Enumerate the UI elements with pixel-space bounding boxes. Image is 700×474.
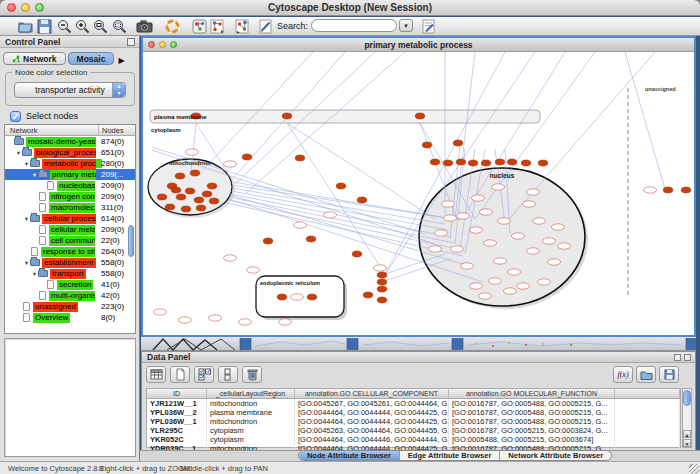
- tree-row[interactable]: secretion41(0): [5, 279, 135, 290]
- data-panel-float-icon[interactable]: [674, 354, 681, 361]
- unselect-all-attributes-button[interactable]: [218, 366, 238, 383]
- formula-builder-button[interactable]: f(x): [613, 366, 633, 383]
- create-attribute-button[interactable]: [170, 366, 190, 383]
- tree-row[interactable]: multi-organism pro42(0): [5, 290, 135, 301]
- delete-attribute-button[interactable]: [242, 366, 262, 383]
- table-scrollbar[interactable]: ▲ ▼: [682, 388, 692, 448]
- data-panel-close-icon[interactable]: [684, 354, 691, 361]
- tree-row[interactable]: ▼metabolic process280(0): [5, 158, 135, 169]
- tree-node-label: secretion: [57, 280, 93, 290]
- tree-node-count: 651(0): [101, 148, 136, 157]
- select-all-attributes-button[interactable]: [194, 366, 214, 383]
- network-canvas[interactable]: plasma membranecytoplasmmitochondrionnuc…: [143, 52, 694, 335]
- disclosure-triangle-icon[interactable]: ▼: [23, 161, 30, 167]
- zoom-selected-region-icon[interactable]: [111, 18, 128, 35]
- disclosure-triangle-icon[interactable]: ▼: [31, 172, 38, 178]
- status-bar: Welcome to Cytoscape 2.8.1 Right-click +…: [0, 461, 700, 474]
- tab-mosaic[interactable]: Mosaic: [68, 52, 115, 65]
- table-column-header[interactable]: ID: [147, 389, 207, 398]
- data-panel-titlebar[interactable]: Data Panel: [142, 352, 695, 363]
- tree-row[interactable]: response to stimul264(0): [5, 246, 135, 257]
- annotation-pencil-icon[interactable]: [257, 18, 274, 35]
- tab-network[interactable]: Network: [3, 52, 66, 65]
- tree-scrollbar-thumb[interactable]: [128, 225, 134, 257]
- import-attributes-button[interactable]: [636, 366, 656, 383]
- table-column-header[interactable]: annotation.GO MOLECULAR_FUNCTION: [449, 389, 615, 398]
- export-attributes-button[interactable]: [659, 366, 679, 383]
- search-dropdown-arrow[interactable]: ▼: [399, 19, 413, 32]
- vizmapper-icon[interactable]: [191, 18, 208, 35]
- disclosure-triangle-icon[interactable]: ▼: [23, 216, 30, 222]
- table-cell: [GO:0044464, GO:0044446, GO:0044444, G..…: [295, 435, 449, 444]
- tree-node-count: 209(0): [101, 192, 136, 201]
- tree-node-count: 311(0): [101, 203, 136, 212]
- layout-region-icon[interactable]: [234, 18, 251, 35]
- tree-node-count: 614(0): [101, 214, 136, 223]
- attribute-editor-icon[interactable]: [420, 18, 437, 35]
- tree-row[interactable]: unassigned223(0): [5, 301, 135, 312]
- table-cell: mitochondrion: [207, 399, 295, 408]
- tree-node-label: metabolic process: [42, 159, 96, 169]
- tree-row[interactable]: ▼primary metabol209(...: [5, 169, 135, 180]
- snapshot-camera-icon[interactable]: [136, 18, 153, 35]
- tree-row[interactable]: macromolecule311(0): [5, 202, 135, 213]
- table-scrollbar-thumb[interactable]: [683, 390, 691, 406]
- table-row[interactable]: YLR295Ccytoplasm[GO:0045263, GO:0044464,…: [147, 426, 680, 435]
- tree-row[interactable]: ▼biological_process651(0): [5, 147, 135, 158]
- node-color-dropdown[interactable]: transporter activity ▲▼: [14, 82, 126, 98]
- window-title: Cytoscape Desktop (New Session): [0, 2, 700, 13]
- tree-row[interactable]: Overview8(0): [5, 312, 135, 323]
- help-lifesaver-icon[interactable]: [164, 18, 181, 35]
- tree-row[interactable]: cellular metabo209(0): [5, 224, 135, 235]
- table-row[interactable]: YPL036W__1mitochondrion[GO:0044464, GO:0…: [147, 417, 680, 426]
- float-panel-icon[interactable]: [127, 38, 135, 46]
- table-cell: YPL036W__2: [147, 408, 207, 417]
- scroll-up-icon[interactable]: ▲: [683, 430, 691, 438]
- tree-node-label: cell communicat: [49, 236, 95, 246]
- tab-network-attribute-browser[interactable]: Network Attribute Browser: [500, 451, 611, 460]
- select-nodes-checkbox[interactable]: ✓: [10, 111, 21, 122]
- tab-edge-attribute-browser[interactable]: Edge Attribute Browser: [400, 451, 500, 460]
- tree-row[interactable]: ▼establishment of lo558(0): [5, 257, 135, 268]
- network-window-titlebar[interactable]: primary metabolic process: [143, 38, 694, 52]
- select-nodes-label: Select nodes: [26, 111, 78, 121]
- scroll-down-icon[interactable]: ▼: [683, 439, 691, 447]
- tree-row[interactable]: ▼cellular process614(0): [5, 213, 135, 224]
- tree-row[interactable]: ▼transport558(0): [5, 268, 135, 279]
- svg-text:mitochondrion: mitochondrion: [169, 160, 211, 166]
- open-file-icon[interactable]: [17, 18, 34, 35]
- table-row[interactable]: YPL036W__2plasma membrane[GO:0044464, GO…: [147, 408, 680, 417]
- zoom-in-icon[interactable]: [74, 18, 91, 35]
- table-row[interactable]: YKR052Ccytoplasm[GO:0044464, GO:0044446,…: [147, 435, 680, 444]
- search-input[interactable]: [311, 19, 397, 32]
- network-view-window[interactable]: primary metabolic process plasma membran…: [141, 36, 696, 337]
- status-welcome: Welcome to Cytoscape 2.8.1: [8, 464, 104, 473]
- attribute-select-button[interactable]: [146, 366, 166, 383]
- tab-node-attribute-browser[interactable]: Node Attribute Browser: [299, 451, 400, 460]
- tree-row[interactable]: cell communicat22(0): [5, 235, 135, 246]
- tree-row[interactable]: nitrogen compo209(0): [5, 191, 135, 202]
- attribute-table[interactable]: ID_cellularLayoutRegionannotation.GO CEL…: [146, 388, 681, 448]
- tree-row[interactable]: nucleobase-co209(0): [5, 180, 135, 191]
- birds-eye-view[interactable]: [4, 338, 136, 457]
- tree-col-separator[interactable]: [98, 125, 99, 135]
- tab-overflow-arrow-icon[interactable]: ▶: [118, 56, 124, 65]
- control-panel-tabs: Network Mosaic ▶: [3, 50, 125, 65]
- table-cell: [GO:0045263, GO:0044464, GO:0044455, G..…: [295, 426, 449, 435]
- disclosure-triangle-icon[interactable]: ▼: [31, 271, 38, 277]
- save-session-icon[interactable]: [36, 18, 53, 35]
- background-windows-strip[interactable]: [141, 337, 696, 351]
- table-row[interactable]: YJR121W__1mitochondrion[GO:0045267, GO:0…: [147, 399, 680, 408]
- disclosure-triangle-icon[interactable]: ▼: [15, 150, 22, 156]
- tree-node-label: nucleobase-co: [57, 181, 95, 191]
- table-cell: YLR295C: [147, 426, 207, 435]
- zoom-fit-icon[interactable]: [92, 18, 109, 35]
- resize-grip[interactable]: [689, 464, 699, 474]
- window-titlebar[interactable]: Cytoscape Desktop (New Session): [0, 0, 700, 16]
- layout-nodes-icon[interactable]: [209, 18, 226, 35]
- disclosure-triangle-icon[interactable]: ▼: [23, 260, 30, 266]
- table-column-header[interactable]: _cellularLayoutRegion: [207, 389, 295, 398]
- table-column-header[interactable]: annotation.GO CELLULAR_COMPONENT: [295, 389, 449, 398]
- tree-row[interactable]: mosaic-demo-yeast874(0): [5, 136, 135, 147]
- zoom-out-icon[interactable]: [56, 18, 73, 35]
